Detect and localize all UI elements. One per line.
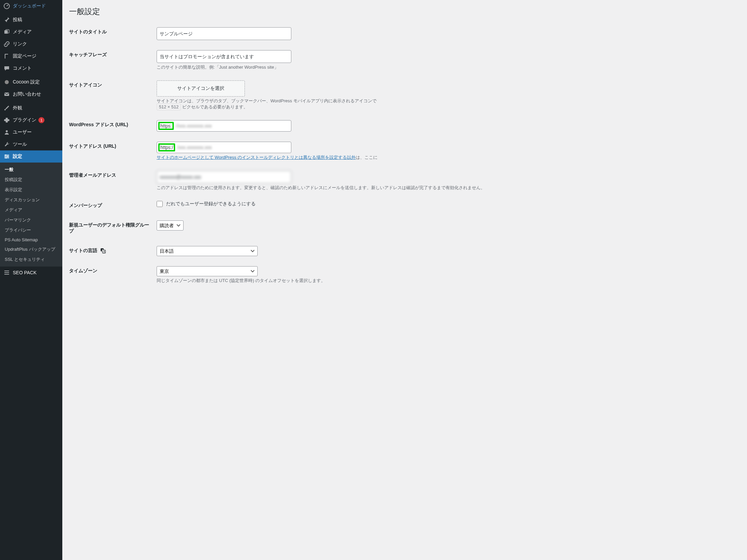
admin-email-input[interactable] xyxy=(157,170,291,183)
svg-rect-15 xyxy=(4,271,9,271)
dashboard-icon xyxy=(3,3,10,9)
site-icon-label: サイトアイコン xyxy=(69,75,153,115)
svg-point-14 xyxy=(5,157,7,159)
sidebar-item-contact[interactable]: お問い合わせ xyxy=(0,88,62,100)
sidebar-label: ユーザー xyxy=(13,129,32,135)
https-highlight: https: xyxy=(158,122,174,130)
default-role-select[interactable]: 購読者 xyxy=(157,220,184,231)
sidebar-item-comments[interactable]: コメント xyxy=(0,62,62,74)
admin-sidebar: ダッシュボード 投稿 メディア リンク 固定ページ コメント Cocoon 設定… xyxy=(0,0,62,560)
page-icon xyxy=(3,53,10,59)
sidebar-item-dashboard[interactable]: ダッシュボード xyxy=(0,0,62,12)
page-title: 一般設定 xyxy=(69,3,740,18)
svg-rect-17 xyxy=(4,274,9,275)
sidebar-item-plugins[interactable]: プラグイン 1 xyxy=(0,114,62,126)
svg-rect-6 xyxy=(4,92,9,96)
submenu-ssl[interactable]: SSL とセキュリティ xyxy=(0,255,62,265)
site-icon-select-button[interactable]: サイトアイコンを選択 xyxy=(157,80,245,97)
submenu-updraft[interactable]: UpdraftPlus バックアップ xyxy=(0,244,62,255)
settings-form: サイトのタイトル キャッチフレーズ このサイトの簡単な説明。例:「Just an… xyxy=(69,22,740,289)
timezone-desc: 同じタイムゾーンの都市または UTC (協定世界時) のタイムオフセットを選択し… xyxy=(157,278,737,284)
svg-rect-16 xyxy=(4,272,9,273)
submenu-general[interactable]: 一般 xyxy=(0,165,62,175)
wpurl-label: WordPress アドレス (URL) xyxy=(69,115,153,137)
wpurl-rest: //xxx.xxxxxxx.xxx xyxy=(176,123,212,129)
media-icon xyxy=(3,29,10,35)
timezone-select[interactable]: 東京 xyxy=(157,266,258,276)
wpurl-input[interactable]: https: //xxx.xxxxxxx.xxx xyxy=(157,120,291,132)
sidebar-item-seopack[interactable]: SEO PACK xyxy=(0,267,62,279)
language-select[interactable]: 日本語 xyxy=(157,246,258,256)
sidebar-label: 設定 xyxy=(13,154,22,160)
submenu-discussion[interactable]: ディスカッション xyxy=(0,195,62,205)
submenu-privacy[interactable]: プライバシー xyxy=(0,225,62,235)
admin-email-label: 管理者メールアドレス xyxy=(69,166,153,196)
https-highlight: https:/ xyxy=(158,143,175,152)
svg-rect-4 xyxy=(5,55,9,59)
tagline-desc: このサイトの簡単な説明。例:「Just another WordPress si… xyxy=(157,64,737,70)
sidebar-label: ダッシュボード xyxy=(13,3,46,9)
admin-email-desc: このアドレスは管理のために使用されます。変更すると、確認のため新しいアドレスにメ… xyxy=(157,185,737,191)
tagline-label: キャッチフレーズ xyxy=(69,45,153,75)
siteurl-rest: /xxx.xxxxxxx.xxx xyxy=(177,145,212,150)
site-title-label: サイトのタイトル xyxy=(69,22,153,45)
sidebar-label: SEO PACK xyxy=(13,270,37,275)
svg-text:A: A xyxy=(103,251,105,253)
sidebar-label: ツール xyxy=(13,141,27,148)
siteurl-help-link[interactable]: サイトのホームページとして WordPress のインストールディレクトリとは異… xyxy=(157,155,356,160)
sidebar-item-appearance[interactable]: 外観 xyxy=(0,102,62,114)
siteurl-label: サイトアドレス (URL) xyxy=(69,137,153,166)
circle-icon xyxy=(3,79,10,85)
link-icon xyxy=(3,41,10,48)
sidebar-item-cocoon[interactable]: Cocoon 設定 xyxy=(0,76,62,88)
update-badge: 1 xyxy=(38,117,45,123)
pin-icon xyxy=(3,17,10,23)
membership-checkbox-label[interactable]: だれでもユーザー登録ができるようにする xyxy=(157,201,256,206)
submenu-writing[interactable]: 投稿設定 xyxy=(0,175,62,185)
sidebar-label: お問い合わせ xyxy=(13,91,41,97)
siteurl-input[interactable]: https:/ /xxx.xxxxxxx.xxx xyxy=(157,142,291,153)
sidebar-label: Cocoon 設定 xyxy=(13,79,40,85)
svg-point-13 xyxy=(7,156,8,157)
size-pill: 512 × 512 xyxy=(157,103,181,110)
site-icon-desc: サイトアイコンは、ブラウザのタブ、ブックマークバー、WordPress モバイル… xyxy=(157,98,737,110)
sidebar-item-settings[interactable]: 設定 xyxy=(0,151,62,163)
language-label: サイトの言語 あA xyxy=(69,241,153,261)
comment-icon xyxy=(3,65,10,72)
siteurl-desc: サイトのホームページとして WordPress のインストールディレクトリとは異… xyxy=(157,155,737,161)
plugin-icon xyxy=(3,117,10,124)
translate-icon: あA xyxy=(99,248,106,253)
brush-icon xyxy=(3,105,10,111)
sidebar-label: 固定ページ xyxy=(13,53,36,59)
site-title-input[interactable] xyxy=(157,27,291,40)
sidebar-item-users[interactable]: ユーザー xyxy=(0,126,62,138)
sidebar-label: コメント xyxy=(13,65,32,71)
default-role-label: 新規ユーザーのデフォルト権限グループ xyxy=(69,215,153,241)
sidebar-item-pages[interactable]: 固定ページ xyxy=(0,50,62,62)
submenu-ps-sitemap[interactable]: PS Auto Sitemap xyxy=(0,235,62,244)
submenu-reading[interactable]: 表示設定 xyxy=(0,185,62,195)
wrench-icon xyxy=(3,141,10,148)
submenu-permalinks[interactable]: パーマリンク xyxy=(0,215,62,225)
svg-point-8 xyxy=(6,130,8,132)
sidebar-item-links[interactable]: リンク xyxy=(0,38,62,50)
svg-point-7 xyxy=(4,109,6,110)
submenu-media[interactable]: メディア xyxy=(0,205,62,215)
sidebar-item-posts[interactable]: 投稿 xyxy=(0,14,62,26)
svg-point-5 xyxy=(5,80,9,84)
membership-label: メンバーシップ xyxy=(69,196,153,215)
sidebar-label: プラグイン xyxy=(13,117,36,123)
settings-icon xyxy=(3,153,10,160)
timezone-label: タイムゾーン xyxy=(69,261,153,289)
sidebar-label: 外観 xyxy=(13,105,22,111)
sidebar-item-tools[interactable]: ツール xyxy=(0,138,62,151)
sidebar-label: 投稿 xyxy=(13,17,22,23)
sidebar-label: メディア xyxy=(13,29,32,35)
list-icon xyxy=(3,269,10,276)
sidebar-item-media[interactable]: メディア xyxy=(0,26,62,38)
membership-checkbox[interactable] xyxy=(157,201,163,207)
mail-icon xyxy=(3,91,10,98)
user-icon xyxy=(3,129,10,136)
svg-point-12 xyxy=(5,155,6,156)
tagline-input[interactable] xyxy=(157,50,291,63)
